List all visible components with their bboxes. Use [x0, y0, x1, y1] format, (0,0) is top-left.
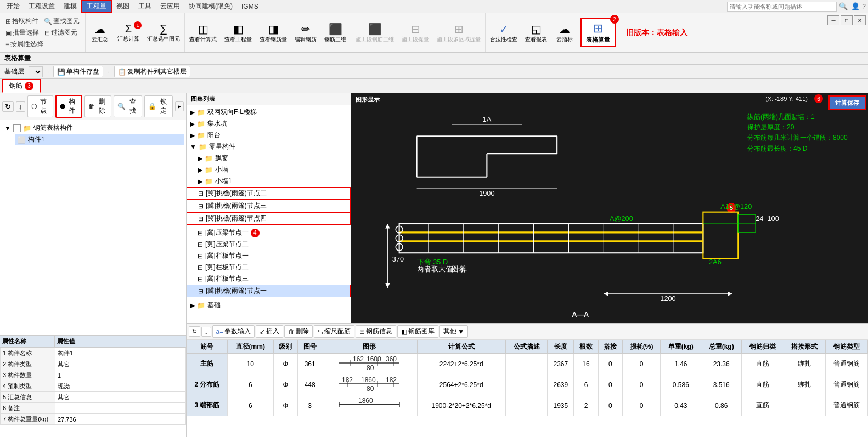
- minimize-btn[interactable]: ─: [827, 15, 839, 25]
- fig-item-5[interactable]: ▶ 📁 小墙: [187, 164, 351, 175]
- col-fig-no: 图号: [297, 340, 322, 354]
- cloud-indicator-btn[interactable]: ☁ 云指标: [551, 20, 578, 46]
- base-layer-select[interactable]: [29, 66, 43, 77]
- fig-item-4[interactable]: ▶ 📁 飘窗: [187, 152, 351, 164]
- menu-project-settings[interactable]: 工程设置: [24, 1, 59, 12]
- tree-child-item[interactable]: ⬜ 构件1: [15, 134, 184, 145]
- item-icon-15: ⊟: [198, 287, 204, 295]
- fig-item-7[interactable]: ⊟ [冀]挑檐(雨篷)节点二: [187, 187, 351, 200]
- folder-icon-4: 📁: [205, 155, 213, 162]
- col-overlap-type: 搭接形式: [784, 340, 826, 354]
- col-formula-desc: 公式描述: [505, 340, 548, 354]
- table-calc-icon: ⊞: [593, 21, 603, 36]
- construction-quantity-btn[interactable]: ⊟ 施工段提量: [398, 20, 432, 46]
- menu-igms[interactable]: IGMS: [237, 2, 263, 12]
- svg-text:图示: 图示: [452, 265, 466, 273]
- fig-item-12[interactable]: ⊟ [冀]栏板节点一: [187, 250, 351, 262]
- fig-item-9[interactable]: ⊟ [冀]挑檐(雨篷)节点四: [187, 212, 351, 225]
- user-icon: 👤: [851, 2, 860, 10]
- view-report-btn[interactable]: ◱ 查看报表: [522, 20, 550, 46]
- scale-rebar-btn[interactable]: ⇆ 缩尺配筋: [314, 325, 354, 338]
- download-table-btn[interactable]: ↓: [201, 327, 211, 337]
- item-icon-12: ⊟: [198, 252, 203, 260]
- fig-item-13[interactable]: ⊟ [冀]栏板节点二: [187, 262, 351, 273]
- total-calc-icon: Σ: [125, 22, 132, 35]
- rebar-diagram-btn[interactable]: ◧ 钢筋图库: [397, 325, 438, 338]
- col-id: 筋号: [187, 340, 228, 354]
- fig-item-15[interactable]: ⊟ [冀]挑檐(雨篷)节点一: [187, 285, 351, 297]
- search-icon[interactable]: 🔍: [839, 2, 848, 10]
- refresh-icon[interactable]: ↻: [2, 101, 14, 112]
- fig-item-6[interactable]: ▶ 📁 小墙1: [187, 175, 351, 187]
- pick-member-btn[interactable]: ⊞ 拾取构件: [3, 16, 41, 26]
- fig-item-0[interactable]: ▶ 📁 双网双向F-L楼梯: [187, 106, 351, 118]
- badge6: 6: [814, 94, 823, 103]
- delete-table-btn[interactable]: 🗑 删除: [284, 325, 313, 338]
- fig-item-10[interactable]: ⊟ [冀]压梁节点一 4: [187, 227, 351, 239]
- attr-select-btn[interactable]: ≡ 按属性选择: [3, 39, 82, 49]
- svg-rect-24: [703, 212, 738, 259]
- other-chevron-icon: ▼: [458, 328, 464, 336]
- svg-marker-39: [604, 291, 608, 296]
- help-icon[interactable]: ?: [862, 3, 866, 10]
- maximize-btn[interactable]: □: [841, 15, 853, 25]
- menu-view[interactable]: 视图: [112, 1, 134, 12]
- lock-btn[interactable]: 🔒 锁定: [144, 95, 173, 117]
- member-btn[interactable]: ⬢ 构件: [55, 95, 82, 118]
- menu-tools[interactable]: 工具: [134, 1, 156, 12]
- filter-btn[interactable]: ⊟ 过滤图元: [42, 27, 80, 38]
- col-unit-weight: 单重(kg): [661, 340, 701, 354]
- menu-modeling[interactable]: 建模: [59, 1, 81, 12]
- check-rebar-btn[interactable]: ◨ 查看钢筋量: [256, 20, 290, 46]
- find-btn[interactable]: 🔍 查找: [114, 95, 142, 117]
- col-length: 长度: [548, 340, 574, 354]
- edit-rebar-btn[interactable]: ✏ 编辑钢筋: [291, 20, 320, 46]
- copy-member-btn[interactable]: 📋 复制构件到其它楼层: [114, 66, 190, 77]
- param-input-btn[interactable]: a= 参数输入: [212, 325, 255, 338]
- menu-start[interactable]: 开始: [2, 1, 24, 12]
- prop-row-1: 1 构件名称 构件1: [1, 348, 186, 359]
- total-calc-btn[interactable]: Σ 汇总计算 1: [114, 20, 143, 45]
- cloud-total-btn[interactable]: ☁ 云汇总: [87, 20, 113, 46]
- tab-rebar[interactable]: 钢筋 3: [2, 79, 41, 93]
- menu-quantity[interactable]: 工程量: [81, 0, 112, 13]
- delete-btn[interactable]: 🗑 删除: [84, 95, 111, 117]
- construction-rebar-3d-btn[interactable]: ⬛ 施工段钢筋三维: [352, 20, 397, 46]
- fig-item-3[interactable]: ▼ 📁 零星构件: [187, 141, 351, 152]
- col-count: 根数: [574, 340, 598, 354]
- check-calc-btn[interactable]: ◫ 查看计算式: [186, 20, 220, 46]
- save-member-btn[interactable]: 💾 单构件存盘: [53, 66, 103, 77]
- table-calc-btn[interactable]: ⊞ 表格算量 2: [580, 18, 616, 47]
- batch-select-btn[interactable]: ▣ 批量选择: [3, 27, 41, 38]
- fig-item-1[interactable]: ▶ 📁 集水坑: [187, 118, 351, 129]
- search-input[interactable]: [727, 2, 837, 12]
- check-quantity-btn[interactable]: ◧ 查看工程量: [221, 20, 255, 46]
- tree-root-item[interactable]: ▼ 📁 钢筋表格构件: [2, 122, 184, 134]
- fig-item-16[interactable]: ▶ 📁 基础: [187, 299, 351, 311]
- construction-multi-btn[interactable]: ⊞ 施工段多区域提量: [433, 20, 484, 46]
- rebar-3d-icon: ⬛: [329, 22, 342, 36]
- menu-cloud[interactable]: 云应用: [156, 1, 184, 12]
- rebar-info-btn[interactable]: ⊟ 钢筋信息: [356, 325, 396, 338]
- find-drawing-btn[interactable]: 🔍 查找图元: [42, 16, 82, 26]
- fig-item-2[interactable]: ▶ 📁 阳台: [187, 129, 351, 141]
- old-version-label: 旧版本：表格输入: [617, 13, 696, 52]
- rebar-3d-btn[interactable]: ⬛ 钢筋三维: [321, 20, 350, 46]
- insert-btn[interactable]: ↙ 插入: [256, 325, 283, 338]
- node-btn[interactable]: ⬡ 节点: [27, 95, 53, 117]
- more-icon[interactable]: ▸: [175, 101, 184, 111]
- menu-collab[interactable]: 协同建模(限免): [184, 1, 237, 12]
- fig-item-8[interactable]: ⊟ [冀]挑檐(雨篷)节点三: [187, 200, 351, 212]
- svg-rect-10: [399, 224, 703, 253]
- other-btn[interactable]: 其他 ▼: [439, 325, 468, 338]
- close-btn[interactable]: ✕: [854, 15, 866, 25]
- download-icon[interactable]: ↓: [16, 101, 25, 112]
- refresh-table-btn[interactable]: ↻: [189, 326, 200, 337]
- col-rebar-class: 钢筋类型: [826, 340, 868, 354]
- total-select-btn[interactable]: ∑ 汇总选中图元: [144, 20, 183, 45]
- fig-item-11[interactable]: ⊟ [冀]压梁节点二: [187, 239, 351, 250]
- svg-text:24: 24: [756, 214, 763, 223]
- svg-text:1A: 1A: [483, 115, 492, 123]
- legality-check-btn[interactable]: ✓ 合法性检查: [487, 20, 521, 46]
- fig-item-14[interactable]: ⊟ [冀]栏板节点三: [187, 273, 351, 285]
